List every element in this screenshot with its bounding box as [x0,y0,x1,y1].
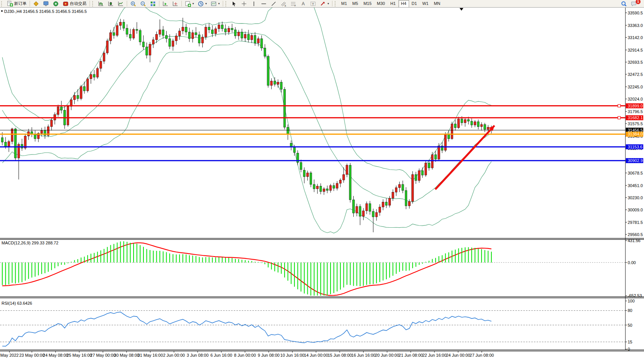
line-price-label: 31899.0 [628,104,643,108]
price-tick-label: 32472.5 [628,72,643,77]
price-tick-label: 32693.5 [628,60,643,65]
zoom-out-button[interactable] [138,0,148,7]
time-axis-label: 24 Jun 00:00 [446,353,470,357]
line-chart-icon [118,1,124,7]
timeframe-button-m1[interactable]: M1 [339,0,350,8]
bar-chart-mode-button[interactable] [96,0,106,7]
templates-icon [211,1,217,7]
chart-background [0,7,644,359]
line-chart-mode-button[interactable] [116,0,126,7]
price-tick-label: 33142.0 [628,35,643,40]
zoom-out-icon [140,1,146,7]
price-tick-label: 32245.0 [628,85,643,89]
channel-tool-button[interactable]: E [279,0,288,7]
time-axis-label: 23 May 00:00 [19,353,45,357]
symbol-ohlc-label: DJ30-,H4 31456.5 31456.5 31456.5 31456.5 [4,9,87,14]
tile-windows-button[interactable] [148,0,158,7]
price-tick-label: 33590.5 [628,11,643,15]
time-axis-label: 20 Jun 00:00 [375,353,399,357]
time-axis-label: 27 May 00:00 [90,353,116,357]
price-tick-label: 33363.0 [628,23,643,28]
arrows-icon [320,1,326,7]
time-axis-label: 31 May 16:00 [138,353,163,357]
svg-text:T: T [312,2,314,6]
periods-button[interactable]: ▾ [196,0,209,7]
text-icon: A [300,1,306,7]
notifications-button[interactable]: 1 [629,0,639,7]
time-axis-label: 14 Jun 00:00 [304,353,328,357]
macd-axis-label: -652.53 [628,293,642,298]
vertical-line-tool-button[interactable] [249,0,259,7]
new-order-button[interactable]: 新订单 [5,0,28,7]
timeframe-button-m30[interactable]: M30 [374,0,387,8]
price-tick-label: 30678.5 [628,171,643,175]
line-handle [618,117,620,119]
time-axis-label: 10 Jun 16:00 [280,353,305,357]
time-axis-label: 22 Jun 16:00 [422,353,447,357]
fibonacci-icon: F [290,1,296,7]
arrows-tool-button[interactable]: ▾ [318,0,331,7]
chart-autoscroll-button[interactable] [161,0,170,7]
macd-axis-label: 431.56 [628,238,641,243]
rsi-axis-label: 80 [628,308,632,313]
crosshair-tool-button[interactable] [239,0,249,7]
time-axis-label: 24 May 08:00 [43,353,68,357]
chart-profile-button[interactable] [31,0,41,7]
text-tool-button[interactable]: A [298,0,308,7]
price-tick-label: 30230.0 [628,195,643,200]
timeframe-button-h1[interactable]: H1 [387,0,398,8]
indicators-button[interactable]: ▾ [183,0,196,7]
timeframe-button-d1[interactable]: D1 [409,0,420,8]
zoom-in-button[interactable] [128,0,138,7]
profile-icon [33,1,39,7]
chart-shift-icon [172,1,178,7]
time-axis-label: May 2022 [0,353,19,357]
cursor-tool-button[interactable] [229,0,239,7]
macd-axis-label: 0.00 [628,260,636,265]
time-axis-label: 3 Jun 08:00 [187,353,209,357]
fibonacci-tool-button[interactable]: F [288,0,298,7]
timeframe-button-w1[interactable]: W1 [420,0,431,8]
chart-shift-button[interactable] [170,0,180,7]
timeframe-button-m15[interactable]: M15 [361,0,374,8]
search-icon [621,1,627,7]
price-tick-label: 31575.5 [628,121,643,126]
timeframe-button-h4[interactable]: H4 [398,0,409,8]
trendline-icon [271,1,277,7]
toolbar-grip[interactable] [1,1,4,6]
candlestick-mode-button[interactable] [106,0,116,7]
templates-button[interactable]: ▾ [209,0,222,7]
timeframe-button-m5[interactable]: M5 [350,0,361,8]
auto-trading-button[interactable]: 自动交易 [61,0,88,7]
text-label-tool-button[interactable]: T [308,0,318,7]
trendline-tool-button[interactable] [269,0,279,7]
time-axis-label: 16 Jun 16:00 [351,353,376,357]
time-axis-label: 2 Jun 00:00 [163,353,185,357]
time-axis-label: 6 Jun 16:00 [210,353,232,357]
zoom-in-icon [130,1,136,7]
indicators-icon [185,1,191,7]
svg-text:E: E [285,5,286,7]
symbol-info: DJ30-,H4 31456.5 31456.5 31456.5 31456.5 [1,9,87,14]
macd-label: MACD(12,26,9) 299.33 288.72 [2,241,58,245]
main-toolbar: 新订单 自动交易 ▾ ▾ ▾ E F A T ▾ M1M5M15M30H1H4D… [0,0,644,8]
new-order-icon [7,1,13,7]
alerts-button[interactable] [51,0,61,7]
line-price-label: 31682.1 [628,115,643,120]
price-tick-label: 32914.5 [628,48,643,52]
search-button[interactable] [619,0,629,7]
crosshair-icon [241,1,247,7]
rsi-axis-label: 0 [628,347,630,351]
rsi-label: RSI(14) 63.6426 [2,301,32,305]
svg-text:F: F [294,5,296,7]
price-tick-label: 30009.0 [628,208,643,212]
chart-canvas[interactable]: 33590.533363.033142.032914.532693.532472… [0,0,644,359]
terminal-button[interactable] [41,0,51,7]
timeframe-button-mn[interactable]: MN [431,0,443,8]
horizontal-line-tool-button[interactable] [259,0,269,7]
candlestick-icon [108,1,114,7]
rsi-axis-label: 100 [628,299,635,303]
line-handle [618,104,620,107]
rsi-axis-label: 15 [628,340,632,344]
price-tick-label: 31796.5 [628,109,643,114]
